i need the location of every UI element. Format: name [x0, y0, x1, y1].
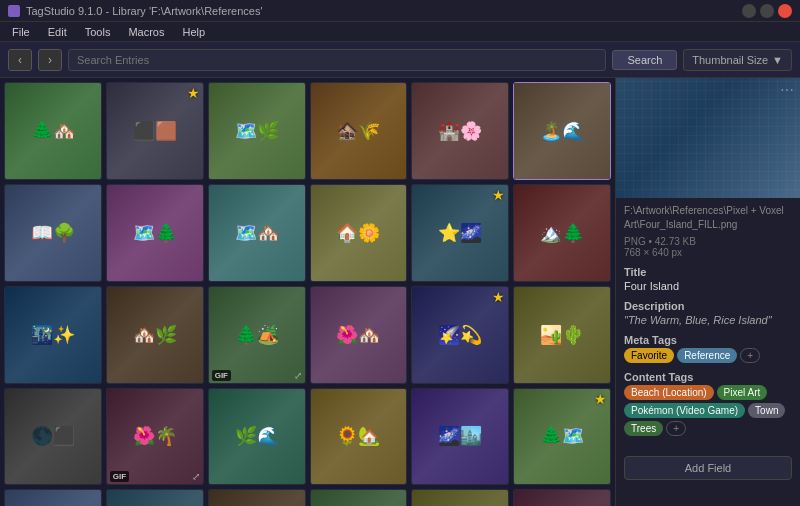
thumbnail-cell[interactable]: 🏠🌼 — [310, 184, 408, 282]
thumbnail-cell[interactable]: 🏚️🌾 — [310, 82, 408, 180]
thumbnail-cell[interactable]: 🌲🏕️GIF⤢ — [208, 286, 306, 384]
thumbnail-cell[interactable]: 🏠🌲 — [310, 489, 408, 506]
thumbnail-cell[interactable]: ⚓🌊 — [4, 489, 102, 506]
window-controls: — □ ✕ — [742, 4, 792, 18]
content-tag[interactable]: Town — [748, 403, 785, 418]
thumbnail-cell[interactable]: ⬛🟫★ — [106, 82, 204, 180]
content-tags-label: Content Tags — [624, 371, 792, 383]
content-tag[interactable]: Pokémon (Video Game) — [624, 403, 745, 418]
thumbnail-cell[interactable]: 🎆🌙GIF⤢ — [106, 489, 204, 506]
star-badge: ★ — [594, 391, 607, 407]
thumbnail-cell[interactable]: 🌺🏘️ — [310, 286, 408, 384]
thumbnail-cell[interactable]: 🌲🗺️★ — [513, 388, 611, 486]
content-tag[interactable]: Beach (Location) — [624, 385, 714, 400]
content-tag[interactable]: Trees — [624, 421, 663, 436]
thumbnail-cell[interactable]: 🌠💫★ — [411, 286, 509, 384]
content-tag[interactable]: Pixel Art — [717, 385, 768, 400]
gif-badge: GIF — [212, 370, 231, 381]
star-badge: ★ — [492, 187, 505, 203]
more-options-icon[interactable]: ⋯ — [780, 82, 794, 98]
description-section: Description "The Warm, Blue, Rice Island… — [624, 300, 792, 326]
content-tag[interactable]: + — [666, 421, 686, 436]
thumbnail-grid: 🌲🏘️⬛🟫★🗺️🌿🏚️🌾🏰🌸🏝️🌊📖🌳🗺️🌲🗺️🏘️🏠🌼⭐🌌★🏔️🌲🌃✨🏘️🌿🌲… — [4, 82, 611, 506]
file-meta: PNG • 42.73 KB 768 × 640 px — [624, 236, 792, 258]
chevron-down-icon: ▼ — [772, 54, 783, 66]
minimize-button[interactable]: — — [742, 4, 756, 18]
title-section: Title Four Island — [624, 266, 792, 292]
info-panel: ⋯ F:\Artwork\References\Pixel + Voxel Ar… — [615, 78, 800, 506]
maximize-button[interactable]: □ — [760, 4, 774, 18]
close-button[interactable]: ✕ — [778, 4, 792, 18]
thumbnail-cell[interactable]: 🌺🌴GIF⤢ — [106, 388, 204, 486]
main-area: 🌲🏘️⬛🟫★🗺️🌿🏚️🌾🏰🌸🏝️🌊📖🌳🗺️🌲🗺️🏘️🏠🌼⭐🌌★🏔️🌲🌃✨🏘️🌿🌲… — [0, 78, 800, 506]
info-content: F:\Artwork\References\Pixel + Voxel Art\… — [616, 198, 800, 450]
file-path: F:\Artwork\References\Pixel + Voxel Art\… — [624, 204, 792, 232]
forward-button[interactable]: › — [38, 49, 62, 71]
title-bar: TagStudio 9.1.0 - Library 'F:\Artwork\Re… — [0, 0, 800, 22]
expand-icon: ⤢ — [192, 471, 200, 482]
thumbnail-cell[interactable]: 💰🪙 — [411, 489, 509, 506]
search-button[interactable]: Search — [612, 50, 677, 70]
gif-badge: GIF — [110, 471, 129, 482]
thumbnail-cell[interactable]: 🗺️🌲 — [106, 184, 204, 282]
thumbnail-cell[interactable]: 🗺️🌿 — [208, 82, 306, 180]
grid-area[interactable]: 🌲🏘️⬛🟫★🗺️🌿🏚️🌾🏰🌸🏝️🌊📖🌳🗺️🌲🗺️🏘️🏠🌼⭐🌌★🏔️🌲🌃✨🏘️🌿🌲… — [0, 78, 615, 506]
window-title: TagStudio 9.1.0 - Library 'F:\Artwork\Re… — [26, 5, 742, 17]
thumbnail-cell[interactable]: 🏚️🪵 — [208, 489, 306, 506]
back-button[interactable]: ‹ — [8, 49, 32, 71]
search-input[interactable] — [68, 49, 606, 71]
thumbnail-cell[interactable]: 🌿🌊 — [208, 388, 306, 486]
description-value: "The Warm, Blue, Rice Island" — [624, 314, 792, 326]
meta-tag[interactable]: + — [740, 348, 760, 363]
star-badge: ★ — [492, 289, 505, 305]
thumbnail-size-dropdown[interactable]: Thumbnail Size ▼ — [683, 49, 792, 71]
thumbnail-cell[interactable]: 🌻🏡 — [310, 388, 408, 486]
content-tags-row: Beach (Location)Pixel ArtPokémon (Video … — [624, 385, 792, 436]
thumbnail-cell[interactable]: 🗺️🏘️ — [208, 184, 306, 282]
menu-item-help[interactable]: Help — [174, 24, 213, 40]
meta-tags-label: Meta Tags — [624, 334, 792, 346]
menu-item-tools[interactable]: Tools — [77, 24, 119, 40]
menu-item-file[interactable]: File — [4, 24, 38, 40]
add-field-button[interactable]: Add Field — [624, 456, 792, 480]
thumbnail-cell[interactable]: 🌲🏘️ — [4, 82, 102, 180]
meta-tags-section: Meta Tags FavoriteReference+ — [624, 334, 792, 363]
thumbnail-cell[interactable]: ⭐🌌★ — [411, 184, 509, 282]
star-badge: ★ — [187, 85, 200, 101]
menu-bar: FileEditToolsMacrosHelp — [0, 22, 800, 42]
expand-icon: ⤢ — [294, 370, 302, 381]
menu-item-macros[interactable]: Macros — [120, 24, 172, 40]
menu-item-edit[interactable]: Edit — [40, 24, 75, 40]
toolbar: ‹ › Search Thumbnail Size ▼ — [0, 42, 800, 78]
thumbnail-cell[interactable]: 🌌🏙️ — [411, 388, 509, 486]
thumbnail-cell[interactable]: 🏝️🌊 — [513, 82, 611, 180]
thumbnail-size-label: Thumbnail Size — [692, 54, 768, 66]
meta-tags-row: FavoriteReference+ — [624, 348, 792, 363]
thumbnail-cell[interactable]: 🏘️🌿 — [106, 286, 204, 384]
thumbnail-cell[interactable]: 🏔️🌲 — [513, 184, 611, 282]
content-tags-section: Content Tags Beach (Location)Pixel ArtPo… — [624, 371, 792, 436]
meta-tag[interactable]: Favorite — [624, 348, 674, 363]
thumbnail-cell[interactable]: 🌕🌌 — [513, 489, 611, 506]
title-label: Title — [624, 266, 792, 278]
thumbnail-cell[interactable]: 📖🌳 — [4, 184, 102, 282]
preview-thumbnail: ⋯ — [616, 78, 800, 198]
meta-tag[interactable]: Reference — [677, 348, 737, 363]
app-icon — [8, 5, 20, 17]
thumbnail-cell[interactable]: 🌃✨ — [4, 286, 102, 384]
thumbnail-cell[interactable]: 🏰🌸 — [411, 82, 509, 180]
description-label: Description — [624, 300, 792, 312]
thumbnail-cell[interactable]: 🏜️🌵 — [513, 286, 611, 384]
title-value: Four Island — [624, 280, 792, 292]
thumbnail-cell[interactable]: 🌑⬛ — [4, 388, 102, 486]
